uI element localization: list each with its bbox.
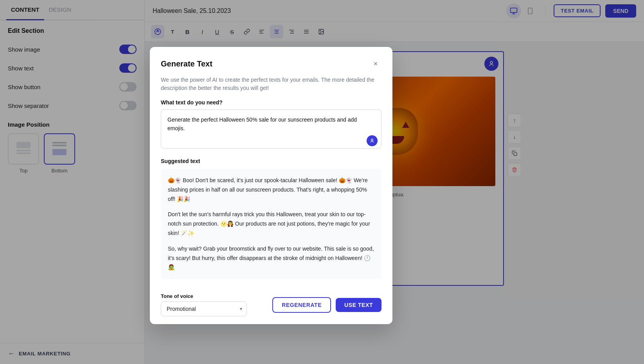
- modal-close-button[interactable]: ×: [370, 58, 381, 70]
- modal-description: We use the power of AI to create the per…: [161, 76, 381, 92]
- suggested-p3: So, why wait? Grab your broomstick and f…: [168, 244, 374, 272]
- suggested-text-label: Suggested text: [161, 158, 381, 164]
- tone-select[interactable]: Promotional Friendly Professional Casual…: [161, 301, 247, 316]
- tone-label: Tone of voice: [161, 293, 247, 299]
- prompt-label: What text do you need?: [161, 99, 381, 106]
- prompt-ai-icon: [367, 135, 378, 146]
- tone-select-wrapper: Promotional Friendly Professional Casual…: [161, 301, 247, 316]
- svg-point-29: [371, 139, 373, 141]
- use-text-button[interactable]: USE TEXT: [336, 298, 381, 312]
- modal-overlay: Generate Text × We use the power of AI t…: [0, 0, 644, 364]
- prompt-textarea[interactable]: Generate the perfect Halloween 50% sale …: [161, 109, 381, 149]
- modal-footer: Tone of voice Promotional Friendly Profe…: [161, 287, 381, 324]
- suggested-text-box: 🎃👻 Boo! Don't be scared, it's just our s…: [161, 169, 381, 279]
- modal-title: Generate Text: [161, 59, 212, 68]
- modal-header: Generate Text ×: [161, 58, 381, 70]
- footer-buttons: REGENERATE USE TEXT: [272, 297, 381, 313]
- suggested-p1: 🎃👻 Boo! Don't be scared, it's just our s…: [168, 176, 374, 204]
- suggested-p2: Don't let the sun's harmful rays trick y…: [168, 210, 374, 238]
- prompt-wrapper: Generate the perfect Halloween 50% sale …: [161, 109, 381, 150]
- regenerate-button[interactable]: REGENERATE: [272, 297, 331, 313]
- tone-wrapper: Tone of voice Promotional Friendly Profe…: [161, 293, 247, 316]
- generate-text-modal: Generate Text × We use the power of AI t…: [150, 47, 392, 324]
